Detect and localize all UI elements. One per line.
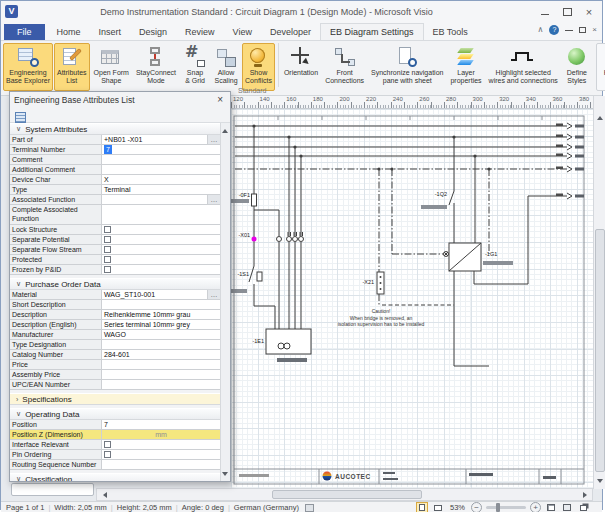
status-german-germany[interactable]: German (Germany) xyxy=(234,503,299,512)
scroll-down-icon[interactable] xyxy=(594,476,605,488)
vertical-scrollbar[interactable] xyxy=(593,96,605,489)
browse-button[interactable]: … xyxy=(207,290,220,299)
minimize-button[interactable] xyxy=(536,4,554,19)
attribute-value[interactable] xyxy=(102,340,220,349)
doc-minimize-icon[interactable] xyxy=(565,30,573,31)
define-styles-button[interactable]: DefineStyles xyxy=(562,43,592,91)
synchronize-navigation-pane-button[interactable]: Synchronize navigationpane with sheet xyxy=(368,43,446,91)
attributes-list-button[interactable]: AttributesList xyxy=(54,43,90,91)
attribute-value[interactable] xyxy=(102,360,220,369)
page-tab-area[interactable] xyxy=(11,483,94,496)
tab-review[interactable]: Review xyxy=(176,24,224,40)
tab-view[interactable]: View xyxy=(224,24,261,40)
attribute-value[interactable]: Reihenklemme 10mm² grau xyxy=(102,310,220,319)
zoom-out-button[interactable]: − xyxy=(471,502,482,512)
status-angle[interactable]: Angle: 0 deg xyxy=(182,503,224,512)
tab-eb-tools[interactable]: EB Tools xyxy=(424,24,477,40)
status-height[interactable]: Height: 2,05 mm xyxy=(117,503,172,512)
help-button[interactable]: Help▾ xyxy=(596,43,605,91)
attribute-value[interactable] xyxy=(102,370,220,379)
maximize-button[interactable] xyxy=(558,4,576,19)
vertical-scrollbar-thumb[interactable] xyxy=(595,229,605,472)
tab-home[interactable]: Home xyxy=(48,24,90,40)
drawing-area[interactable]: AUCOTEC xyxy=(231,96,605,489)
pan-zoom-window-button[interactable] xyxy=(561,502,573,512)
collapse-ribbon-icon[interactable]: ∧ xyxy=(537,25,543,35)
attribute-value[interactable]: X xyxy=(102,175,220,184)
highlight-selected-wires-button[interactable]: Highlight selectedwires and connections xyxy=(486,43,561,91)
front-connections-button[interactable]: FrontConnections xyxy=(322,43,367,91)
status-width[interactable]: Width: 2,05 mm xyxy=(54,503,107,512)
attribute-value[interactable] xyxy=(102,300,220,309)
attribute-value[interactable]: Terminal xyxy=(102,185,220,194)
tab-file[interactable]: File xyxy=(4,24,45,40)
attribute-value[interactable]: WAGO xyxy=(102,330,220,339)
zoom-slider[interactable] xyxy=(486,506,526,509)
attribute-value[interactable] xyxy=(102,440,220,449)
attribute-value[interactable] xyxy=(102,195,207,204)
fit-page-to-window-button[interactable] xyxy=(545,502,557,512)
language-icon[interactable] xyxy=(305,504,314,512)
section-classification[interactable]: ∨Classification xyxy=(10,473,220,481)
attribute-value[interactable] xyxy=(102,155,220,164)
tab-design[interactable]: Design xyxy=(130,24,176,40)
attribute-value[interactable] xyxy=(102,460,220,469)
attribute-value[interactable] xyxy=(102,450,220,459)
doc-close-icon[interactable]: × xyxy=(592,25,597,35)
engineering-base-explorer-button[interactable]: EngineeringBase Explorer xyxy=(3,43,53,91)
checkbox[interactable] xyxy=(104,441,111,448)
switch-windows-button[interactable] xyxy=(577,502,589,512)
layer-properties-button[interactable]: Layerproperties xyxy=(447,43,484,91)
status-page-1-of-1[interactable]: Page 1 of 1 xyxy=(6,503,44,512)
selected-terminal-point[interactable] xyxy=(252,237,257,242)
zoom-slider-thumb[interactable] xyxy=(496,503,500,512)
checkbox[interactable] xyxy=(104,266,111,273)
checkbox[interactable] xyxy=(104,246,111,253)
attribute-value[interactable]: WAG_ST10-001 xyxy=(102,290,207,299)
orientation-button[interactable]: Orientation xyxy=(281,43,321,91)
attribute-value[interactable]: 284-601 xyxy=(102,350,220,359)
open-form-shape-button[interactable]: Open FormShape xyxy=(91,43,132,91)
full-screen-icon[interactable] xyxy=(432,502,444,512)
attribute-value[interactable]: Series terminal 10mm² grey xyxy=(102,320,220,329)
section-operating-data[interactable]: ∨Operating Data xyxy=(10,408,220,420)
panel-scroll-down-icon[interactable] xyxy=(221,471,229,479)
attribute-value[interactable] xyxy=(102,245,220,254)
browse-button[interactable]: … xyxy=(207,135,220,144)
attribute-value[interactable] xyxy=(102,255,220,264)
close-button[interactable]: × xyxy=(580,4,598,19)
attribute-value[interactable] xyxy=(102,265,220,274)
zoom-in-button[interactable]: + xyxy=(530,502,541,512)
attributes-panel-header[interactable]: Engineering Base Attributes List × xyxy=(10,92,230,107)
panel-scrollbar[interactable] xyxy=(220,123,230,481)
snap-grid-button[interactable]: Snap& Grid xyxy=(180,43,210,91)
attribute-value[interactable]: 7 xyxy=(102,420,220,429)
scroll-up-icon[interactable] xyxy=(594,110,605,122)
section-specifications[interactable]: ›Specifications xyxy=(10,393,220,405)
section-system-attributes[interactable]: ∨System Attributes xyxy=(10,123,220,135)
scroll-left-icon[interactable] xyxy=(97,489,109,500)
panel-scroll-up-icon[interactable] xyxy=(221,125,229,133)
doc-restore-icon[interactable] xyxy=(579,27,586,33)
panel-close-icon[interactable]: × xyxy=(214,94,226,106)
horizontal-scrollbar[interactable] xyxy=(96,488,593,501)
attribute-value[interactable]: mm xyxy=(102,430,220,439)
attribute-value[interactable]: 7 xyxy=(102,145,220,154)
attribute-value[interactable] xyxy=(102,380,220,389)
browse-button[interactable]: … xyxy=(207,195,220,204)
checkbox[interactable] xyxy=(104,236,111,243)
attribute-value[interactable] xyxy=(102,235,220,244)
attribute-value[interactable] xyxy=(102,225,220,234)
tab-insert[interactable]: Insert xyxy=(90,24,131,40)
horizontal-scrollbar-thumb[interactable] xyxy=(272,490,422,499)
stayconnect-mode-button[interactable]: StayConnectMode xyxy=(133,43,179,91)
section-purchase-order-data[interactable]: ∨Purchase Order Data xyxy=(10,278,220,290)
zoom-level[interactable]: 53% xyxy=(450,503,465,512)
tab-eb-diagram-settings[interactable]: EB Diagram Settings xyxy=(320,23,424,40)
allow-scaling-button[interactable]: AllowScaling xyxy=(211,43,241,91)
attribute-value[interactable]: +NB01 -X01 xyxy=(102,135,207,144)
checkbox[interactable] xyxy=(104,451,111,458)
scroll-right-icon[interactable] xyxy=(580,489,592,500)
attribute-value[interactable] xyxy=(102,205,220,224)
attribute-value[interactable] xyxy=(102,165,220,174)
